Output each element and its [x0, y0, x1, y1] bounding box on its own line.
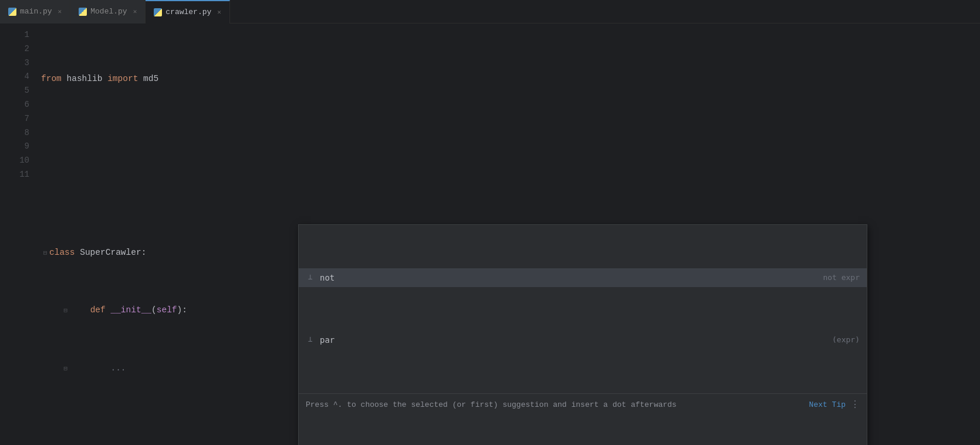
code-editor[interactable]: from hashlib import md5 ⊟class SuperCraw… — [35, 23, 980, 445]
tab-crawler-py[interactable]: crawler.py ✕ — [146, 0, 230, 23]
fold-icon-5[interactable]: ⊟ — [62, 305, 70, 316]
line-num-11: 11 — [0, 168, 29, 182]
class-name: SuperCrawler: — [75, 248, 147, 257]
tab-crawler-py-label: crawler.py — [165, 8, 211, 16]
tab-model-py-close[interactable]: ✕ — [133, 8, 137, 15]
tab-crawler-py-close[interactable]: ✕ — [217, 8, 221, 16]
python-icon-3 — [154, 8, 162, 16]
colon-5: : — [182, 305, 187, 315]
tab-model-py[interactable]: Model.py ✕ — [70, 0, 146, 23]
line-num-5: 5 — [0, 84, 29, 98]
line-num-8: 8 — [0, 126, 29, 140]
ac-label-par: par — [320, 333, 832, 346]
ac-label-not: not — [320, 271, 823, 284]
line-num-9: 9 — [0, 140, 29, 154]
ac-icon-not: ⊥ — [306, 272, 315, 284]
tab-model-py-label: Model.py — [90, 7, 127, 16]
code-line-1: from hashlib import md5 — [41, 72, 980, 86]
paren-5a: ( — [151, 305, 157, 315]
tab-main-py[interactable]: main.py ✕ — [0, 0, 70, 23]
module-md5: md5 — [138, 74, 158, 83]
python-icon — [8, 8, 16, 16]
ac-type-par: (expr) — [832, 334, 860, 346]
line-num-1: 1 — [0, 28, 29, 42]
next-tip-button[interactable]: Next Tip — [809, 399, 846, 412]
fold-icon-6[interactable]: ⊟ — [62, 363, 70, 375]
self-5: self — [157, 305, 177, 315]
paren-5b: ) — [177, 305, 183, 315]
tip-text: Press ^. to choose the selected (or firs… — [306, 399, 809, 412]
line-num-2: 2 — [0, 42, 29, 56]
keyword-class: class — [49, 248, 75, 257]
line-num-4: 4 — [0, 70, 29, 84]
code-line-3 — [41, 187, 980, 202]
line-num-3: 3 — [0, 56, 29, 70]
autocomplete-tip-bar: Press ^. to choose the selected (or firs… — [299, 393, 867, 417]
tab-main-py-close[interactable]: ✕ — [58, 8, 62, 15]
keyword-from: from — [41, 74, 62, 83]
line-numbers: 1 2 3 4 5 6 7 8 9 10 11 — [0, 23, 35, 445]
autocomplete-item-par[interactable]: ⊥ par (expr) — [299, 331, 867, 349]
line-num-6: 6 — [0, 98, 29, 112]
keyword-import: import — [107, 74, 138, 83]
keyword-def-5: def — [90, 305, 106, 315]
autocomplete-item-not[interactable]: ⊥ not not expr — [299, 268, 867, 287]
more-options-icon[interactable]: ⋮ — [850, 397, 860, 413]
ac-icon-par: ⊥ — [306, 334, 315, 346]
autocomplete-popup: ⊥ not not expr ⊥ par (expr) Press ^. to … — [298, 224, 867, 445]
line-num-7: 7 — [0, 112, 29, 126]
ellipsis-6: ... — [110, 363, 126, 373]
code-line-2 — [41, 129, 980, 144]
ac-type-not: not expr — [823, 272, 860, 284]
python-icon-2 — [79, 8, 87, 16]
tab-bar: main.py ✕ Model.py ✕ crawler.py ✕ — [0, 0, 980, 23]
method-init: __init__ — [110, 305, 151, 315]
fold-icon-4[interactable]: ⊟ — [41, 248, 49, 259]
editor-area: 1 2 3 4 5 6 7 8 9 10 11 from hashlib imp… — [0, 23, 980, 445]
tab-main-py-label: main.py — [20, 7, 52, 16]
module-hashlib: hashlib — [62, 74, 107, 83]
line-num-10: 10 — [0, 154, 29, 168]
